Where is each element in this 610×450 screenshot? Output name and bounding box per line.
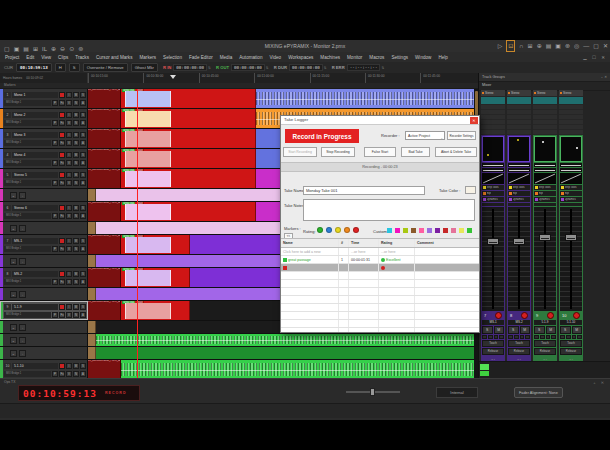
strip-slot-row[interactable] (559, 115, 583, 119)
track-p-button[interactable]: P (52, 120, 58, 126)
track-fx-button[interactable]: Fx (59, 100, 65, 106)
mini-fader[interactable] (482, 168, 504, 172)
strip-slot-row[interactable] (559, 110, 583, 114)
release-button[interactable]: Release (534, 348, 556, 355)
track-fx-button[interactable]: Fx (59, 371, 65, 377)
titlebar-icon-9[interactable]: — (583, 41, 589, 51)
track-i-button[interactable]: I (66, 304, 72, 310)
strip-header[interactable]: Stereo (533, 90, 557, 96)
plugin-strip-tools[interactable]: Strip Tools (508, 185, 530, 190)
strip-selected-row[interactable] (533, 97, 557, 104)
track-m-button[interactable]: M (73, 112, 79, 118)
false-start-button[interactable]: False Start (364, 147, 396, 157)
plugin-dynamics[interactable]: Dynamics (482, 197, 504, 202)
fader-cap[interactable] (487, 238, 499, 245)
custom-color-10[interactable] (467, 228, 472, 233)
mini-expand-button[interactable]: ≡ (10, 350, 17, 357)
strip-slot-row[interactable] (481, 120, 505, 124)
recording-clip[interactable]: Great pasBad (121, 89, 256, 108)
track-record-button[interactable] (59, 92, 65, 98)
track-name[interactable]: Mono 2 (12, 112, 58, 118)
xy-pad[interactable] (482, 136, 504, 162)
track-header[interactable]: ≡▫ (0, 321, 88, 333)
track-n-button[interactable]: N (73, 246, 79, 252)
menu-window[interactable]: Window (415, 55, 431, 60)
strip-slot-row[interactable] (481, 130, 505, 134)
track-row[interactable]: 105.1-10IMSMIO Bridge 1PFxVNA01_BartokMi… (0, 360, 474, 378)
strip-record-button[interactable] (495, 312, 502, 319)
titlebar-icon-7[interactable]: ⊛ (565, 41, 570, 51)
track-lane[interactable] (88, 347, 474, 359)
track-p-button[interactable]: P (52, 279, 58, 285)
strip-name[interactable]: MS-2 (508, 320, 530, 325)
track-i-button[interactable]: I (66, 132, 72, 138)
xy-pad[interactable] (560, 136, 582, 162)
titlebar-icon-2[interactable]: ∩ (519, 41, 523, 51)
take-notes-input[interactable] (303, 199, 475, 221)
clip-name-chip[interactable]: 01_BartokMirakau_Part3_A24 (88, 202, 121, 221)
xy-pad[interactable] (534, 136, 556, 162)
mini-fader[interactable] (560, 168, 582, 172)
titlebar-icon-3[interactable]: ⊞ (528, 41, 533, 51)
track-bus-chip[interactable]: MIO Bridge 1 (4, 160, 51, 166)
mixer-strip-7[interactable]: StereoStrip ToolsEqXDynamics7MS-1SMTouch… (481, 90, 505, 362)
track-record-button[interactable] (59, 152, 65, 158)
mode-chip[interactable]: Overwrite / Remove (83, 63, 128, 72)
channel-fader[interactable] (560, 207, 582, 311)
track-bus-chip[interactable]: MIO Bridge 1 (4, 180, 51, 186)
custom-color-7[interactable] (443, 228, 448, 233)
track-s-button[interactable]: S (80, 304, 86, 310)
strip-slot-row[interactable] (533, 105, 557, 109)
mixer-strip-8[interactable]: StereoStrip ToolsEqXDynamics8MS-2SMTouch… (507, 90, 531, 362)
rating-smiley-0[interactable] (317, 227, 323, 233)
clip-name-chip[interactable]: 01_BartokMirakau_Part3_A24 (88, 109, 121, 128)
track-row[interactable]: 1Mono 1IMSMIO Bridge 1PFxVNA01_BartokMir… (0, 89, 474, 109)
track-m-button[interactable]: M (73, 132, 79, 138)
track-v-button[interactable]: V (66, 279, 72, 285)
track-m-button[interactable]: M (73, 205, 79, 211)
menu-machines[interactable]: Machines (320, 55, 340, 60)
mini-options-button[interactable]: ▫ (19, 291, 26, 298)
strip-slot-row[interactable] (507, 120, 531, 124)
strip-slot-row[interactable] (507, 115, 531, 119)
s-button[interactable]: S (69, 63, 80, 72)
mute-button[interactable]: M (494, 326, 505, 334)
track-n-button[interactable]: N (73, 100, 79, 106)
track-m-button[interactable]: M (73, 238, 79, 244)
audio-clip[interactable] (121, 360, 474, 378)
mini-fader[interactable] (482, 163, 504, 167)
mute-button[interactable]: M (572, 326, 583, 334)
menu-tracks[interactable]: Tracks (75, 55, 89, 60)
strip-micro-buttons[interactable] (534, 335, 556, 339)
track-s-button[interactable]: S (80, 132, 86, 138)
track-header[interactable]: ≡▫ (0, 334, 88, 346)
track-s-button[interactable]: S (80, 271, 86, 277)
mute-button[interactable]: M (546, 326, 557, 334)
track-bus-chip[interactable]: MIO Bridge 1 (4, 312, 51, 318)
track-p-button[interactable]: P (52, 100, 58, 106)
strip-slot-row[interactable] (559, 105, 583, 109)
mini-expand-button[interactable]: ≡ (10, 291, 17, 298)
plugin-eqx[interactable]: EqX (482, 191, 504, 196)
track-a-button[interactable]: A (80, 160, 86, 166)
mini-expand-button[interactable]: ≡ (10, 324, 17, 331)
track-p-button[interactable]: P (52, 312, 58, 318)
track-v-button[interactable]: V (66, 312, 72, 318)
titlebar-icon-8[interactable]: ◎ (574, 41, 579, 51)
track-a-button[interactable]: A (80, 140, 86, 146)
mixer-strip-10[interactable]: StereoStrip ToolsEqXDynamics105.1-10SMTo… (559, 90, 583, 362)
titlebar-icon-10[interactable]: ▢ (593, 41, 599, 51)
menu-automation[interactable]: Automation (239, 55, 262, 60)
menu-clips[interactable]: Clips (58, 55, 68, 60)
custom-color-4[interactable] (419, 228, 424, 233)
menu-monitor[interactable]: Monitor (347, 55, 362, 60)
custom-color-9[interactable] (459, 228, 464, 233)
track-header[interactable]: 5Stereo 5IMSMIO Bridge 1PFxVNA (0, 169, 88, 188)
track-fx-button[interactable]: Fx (59, 120, 65, 126)
strip-micro-buttons[interactable] (508, 335, 530, 339)
plugin-strip-tools[interactable]: Strip Tools (482, 185, 504, 190)
strip-selected-row[interactable] (559, 97, 583, 104)
strip-selected-row[interactable] (507, 97, 531, 104)
plugin-dynamics[interactable]: Dynamics (534, 197, 556, 202)
track-m-button[interactable]: M (73, 363, 79, 369)
